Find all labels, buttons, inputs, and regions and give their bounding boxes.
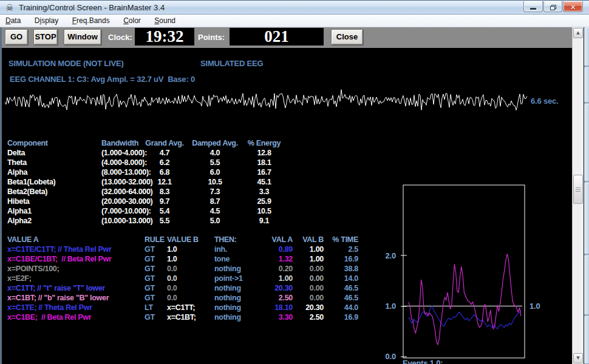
component-energy: 10.5: [238, 207, 290, 215]
go-button[interactable]: GO: [5, 29, 28, 45]
col-component: Component: [7, 139, 48, 147]
arrow-up-icon: ▲: [576, 30, 579, 35]
chart-caption: Events 1.0:: [403, 359, 443, 364]
rule-val-b: 1.00: [286, 255, 324, 263]
component-name: Alpha2: [7, 217, 32, 225]
menu-item[interactable]: Sound: [149, 15, 181, 25]
component-damped: 10.5: [187, 178, 243, 186]
component-table-header: Component Bandwidth Grand Avg. Damped Av…: [0, 139, 370, 149]
ytick-0: 0.0: [381, 352, 396, 361]
component-damped: 8.7: [187, 197, 243, 206]
rule-then-action: nothing: [214, 294, 241, 302]
rule-expression: x=C1BE/C1BT; // Beta Rel Pwr: [7, 255, 112, 263]
component-damped: 6.0: [187, 168, 243, 177]
window-right-edge: [584, 27, 589, 364]
rule-value-b-expr: 1.0: [167, 245, 177, 254]
component-name: Alpha: [7, 168, 27, 177]
sweep-time-label: 6.6 sec.: [531, 96, 558, 106]
col-grand-avg: Grand Avg.: [137, 139, 192, 147]
rule-expression: x=C1TE; // Theta Rel Pwr: [7, 303, 92, 312]
rule-row: x=POINTS/100; GT 0.0 nothing 0.20 0.00 3…: [0, 265, 370, 274]
trend-trace-magenta: [409, 254, 521, 345]
col-value-a: VALUE A: [7, 235, 38, 244]
rule-operator: GT: [145, 284, 155, 292]
rule-val-b: 0.00: [286, 294, 324, 302]
simulated-eeg-text: SIMULATED EEG: [200, 59, 263, 68]
menu-item[interactable]: Data: [0, 15, 26, 25]
rule-value-b-expr: 0.0: [167, 294, 177, 302]
component-grand: 6.8: [137, 168, 192, 177]
rule-row: x=C1TE; // Theta Rel Pwr LT x=C1TT; noth…: [0, 303, 370, 313]
rule-time-pct: 44.0: [321, 303, 358, 312]
thumb-grip-icon: [576, 187, 580, 192]
simulation-mode-text: SIMULATION MODE (NOT LIVE): [9, 59, 124, 68]
component-damped: 7.3: [187, 187, 243, 196]
rule-then-action: nothing: [214, 284, 241, 292]
component-row: Hibeta (20.000-30.000) 9.7 8.7 25.9: [0, 197, 370, 207]
rules-table-header: VALUE A RULE VALUE B THEN: VAL A VAL B %…: [0, 235, 370, 245]
component-name: Hibeta: [7, 197, 29, 206]
component-name: Beta1(Lobeta): [7, 178, 55, 186]
rule-operator: GT: [145, 255, 155, 263]
component-grand: 5.5: [137, 217, 192, 225]
points-label: Points:: [198, 33, 225, 42]
ytick-1: 1.0: [381, 302, 396, 311]
component-name: Theta: [7, 158, 27, 167]
rules-table: VALUE A RULE VALUE B THEN: VAL A VAL B %…: [0, 235, 370, 323]
component-name: Beta2(Beta): [7, 187, 47, 196]
menubar: Data Display Freq.Bands Color Sound: [0, 15, 589, 27]
rule-val-b: 1.00: [286, 245, 324, 254]
component-energy: 18.1: [238, 158, 290, 167]
component-grand: 8.3: [137, 187, 192, 196]
component-row: Alpha2 (10.000-13.000) 5.5 5.0 9.1: [0, 217, 370, 226]
rule-value-b-expr: 0.0: [167, 265, 177, 273]
menu-item[interactable]: Color: [118, 15, 146, 25]
menu-item[interactable]: Display: [29, 15, 64, 25]
component-grand: 5.4: [137, 207, 192, 215]
minimize-button[interactable]: [523, 1, 543, 12]
rule-then-action: point->1: [214, 274, 243, 283]
rule-expression: x=C1TE/C1TT; // Theta Rel Pwr: [7, 245, 112, 254]
rule-then-action: tone: [214, 255, 230, 263]
rule-row: x=C1TT; // "t" raise "T" lower GT 0.0 no…: [0, 284, 370, 294]
rule-time-pct: 16.9: [321, 313, 358, 322]
scroll-up-button[interactable]: ▲: [573, 28, 583, 38]
close-button[interactable]: Close: [331, 29, 363, 45]
scrollbar-thumb[interactable]: [573, 175, 583, 204]
component-grand: 6.2: [137, 158, 192, 167]
restore-button[interactable]: [543, 1, 562, 12]
eeg-waveform: [0, 85, 571, 116]
component-grand: 9.7: [137, 197, 192, 206]
rule-operator: GT: [145, 245, 155, 254]
window-close-button[interactable]: ✕: [563, 1, 583, 12]
restore-icon: [550, 5, 556, 10]
window-button[interactable]: Window: [64, 29, 101, 45]
component-name: Alpha1: [7, 207, 32, 215]
rule-val-b: 0.00: [286, 274, 324, 283]
component-energy: 16.7: [238, 168, 290, 177]
rule-time-pct: 14.0: [321, 274, 358, 283]
rule-value-b-expr: 0.0: [167, 274, 177, 283]
rule-value-b-expr: 0.0: [167, 284, 177, 292]
rule-then-action: inh.: [214, 245, 227, 254]
col-val-b: VAL B: [286, 235, 324, 244]
rule-then-action: nothing: [214, 303, 241, 312]
app-skull-icon: ☠: [5, 2, 13, 14]
component-energy: 25.9: [238, 197, 290, 206]
col-damped-avg: Damped Avg.: [187, 139, 243, 147]
component-row: Beta2(Beta) (32.000-64.000) 8.3 7.3 3.3: [0, 187, 370, 197]
rule-val-b: 20.30: [286, 303, 324, 312]
component-row: Beta1(Lobeta) (13.000-32.000) 12.1 10.5 …: [0, 178, 370, 187]
rule-row: x=C1TE/C1TT; // Theta Rel Pwr GT 1.0 inh…: [0, 245, 370, 255]
vertical-scrollbar[interactable]: ▲ ▼: [572, 27, 584, 364]
stop-button[interactable]: STOP: [33, 29, 58, 45]
menu-item[interactable]: Freq.Bands: [67, 15, 115, 25]
toolbar: GO STOP Window Clock: 19:32 Points: 021 …: [0, 27, 572, 48]
rule-operator: GT: [145, 294, 155, 302]
scroll-down-button[interactable]: ▼: [573, 353, 583, 363]
component-energy: 9.1: [238, 217, 290, 225]
rule-row: x=C1BT; // "b" raise "B" lower GT 0.0 no…: [0, 294, 370, 303]
rule-expression: x=C1TT; // "t" raise "T" lower: [7, 284, 105, 292]
rule-value-b-expr: x=C1TT;: [167, 303, 195, 312]
component-row: Theta (4.000-8.000): 6.2 5.5 18.1: [0, 158, 370, 168]
